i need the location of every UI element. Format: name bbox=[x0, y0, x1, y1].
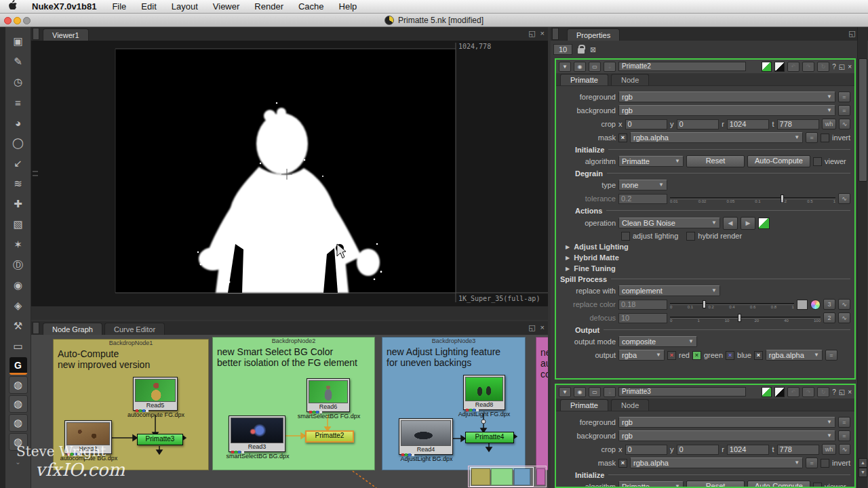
time-icon[interactable]: ◷ bbox=[9, 73, 28, 92]
lock-icon[interactable] bbox=[578, 48, 585, 54]
channel-matrix-icon[interactable]: = bbox=[825, 350, 837, 361]
views-icon[interactable]: ◉ bbox=[9, 276, 28, 295]
read-node[interactable]: Read3 smartSelectBG BG.dpx bbox=[229, 415, 285, 452]
revert-icon[interactable]: ↻ bbox=[817, 62, 829, 72]
auto-compute-button[interactable]: Auto-Compute bbox=[747, 481, 810, 488]
node-enable-checkbox[interactable] bbox=[762, 62, 772, 72]
tolerance-slider[interactable]: 0.010.020.050.10.20.51 bbox=[670, 193, 835, 204]
crop-t-input[interactable]: 778 bbox=[777, 119, 820, 129]
primatte-node[interactable]: Primatte4 bbox=[465, 432, 514, 443]
scroll-up-arrow[interactable]: ▲ bbox=[859, 458, 867, 468]
output-channels-dropdown[interactable]: rgba▼ bbox=[618, 350, 665, 361]
channel-matrix-icon[interactable]: = bbox=[806, 458, 818, 468]
properties-scrollbar[interactable]: ▲ ▼ bbox=[857, 27, 867, 488]
particles-icon[interactable]: ✶ bbox=[9, 235, 28, 254]
metadata-icon[interactable]: ◈ bbox=[9, 296, 28, 315]
color-wheel-button[interactable] bbox=[810, 300, 821, 310]
deep-icon[interactable]: Ⓓ bbox=[9, 256, 28, 274]
menu-app-name[interactable]: NukeX7.0v1b81 bbox=[24, 0, 104, 14]
hybrid-render-checkbox[interactable] bbox=[686, 232, 695, 241]
tab-node[interactable]: Node bbox=[611, 399, 649, 411]
tab-viewer1[interactable]: Viewer1 bbox=[43, 28, 89, 41]
center-node-icon[interactable]: ◉ bbox=[574, 387, 586, 397]
postage-stamp-icon[interactable]: ▭ bbox=[589, 62, 601, 72]
channel-matrix-icon[interactable]: = bbox=[806, 132, 818, 143]
read-node[interactable]: Read6 smartSelectBG FG.dpx bbox=[307, 378, 350, 412]
menu-cache[interactable]: Cache bbox=[291, 0, 332, 14]
operation-dropdown[interactable]: Clean BG Noise▼ bbox=[618, 218, 720, 228]
primatte-node-selected[interactable]: Primatte2 bbox=[305, 430, 354, 443]
degrain-type-dropdown[interactable]: none▼ bbox=[618, 180, 667, 190]
algorithm-dropdown[interactable]: Primatte▼ bbox=[618, 481, 684, 488]
curve-button[interactable]: ∿ bbox=[838, 312, 850, 323]
expand-arrow-icon[interactable]: ▼ bbox=[559, 62, 571, 72]
replace-color-input[interactable]: 0.18 bbox=[618, 300, 667, 310]
help-icon[interactable]: ? bbox=[832, 388, 836, 396]
channels-count-button[interactable]: 3 bbox=[823, 299, 835, 310]
panel-grip[interactable] bbox=[33, 322, 39, 334]
curve-button[interactable]: ∿ bbox=[839, 119, 850, 129]
plugin-icon-1[interactable]: ◍ bbox=[9, 376, 28, 394]
float-panel-icon[interactable]: ◱ bbox=[839, 63, 845, 70]
replace-color-slider[interactable]: 00.10.20.40.60.81 bbox=[670, 299, 794, 310]
channel-matrix-icon[interactable]: = bbox=[838, 92, 850, 102]
adjust-lighting-checkbox[interactable] bbox=[621, 232, 630, 241]
invert-checkbox[interactable] bbox=[821, 134, 829, 142]
replace-with-dropdown[interactable]: complement▼ bbox=[618, 285, 720, 296]
undo-icon[interactable]: ↶ bbox=[787, 62, 800, 72]
close-panel-icon[interactable]: × bbox=[848, 388, 852, 396]
tab-node[interactable]: Node bbox=[611, 74, 649, 85]
color-swatch-button[interactable] bbox=[797, 300, 808, 310]
draw-icon[interactable]: ✎ bbox=[9, 52, 28, 71]
max-panels-input[interactable]: 10 bbox=[553, 44, 572, 55]
auto-compute-button[interactable]: Auto-Compute bbox=[747, 155, 810, 167]
keyer-icon[interactable]: ↙ bbox=[9, 154, 28, 173]
read-node[interactable]: Read4 AdjustLight BG.dpx bbox=[399, 418, 453, 455]
minimize-window-button[interactable] bbox=[14, 17, 21, 24]
close-window-button[interactable] bbox=[4, 17, 12, 24]
green-checkbox[interactable]: × bbox=[692, 351, 701, 360]
zoom-window-button[interactable] bbox=[23, 17, 31, 24]
group-fine-tuning[interactable]: ▶Fine Tuning bbox=[557, 263, 850, 274]
close-panel-icon[interactable]: × bbox=[848, 63, 852, 70]
redo-icon[interactable]: ↷ bbox=[802, 62, 814, 72]
other-icon[interactable]: ▭ bbox=[9, 337, 28, 356]
tab-curve-editor[interactable]: Curve Editor bbox=[104, 323, 165, 335]
channel-matrix-icon[interactable]: = bbox=[838, 430, 850, 441]
panel-grip[interactable] bbox=[33, 28, 39, 40]
node-enable-checkbox[interactable] bbox=[762, 387, 772, 397]
minimize-icon[interactable]: ⇣ bbox=[604, 62, 616, 72]
image-read-icon[interactable]: ▣ bbox=[9, 32, 28, 51]
mask-checkbox[interactable]: × bbox=[618, 459, 627, 468]
plugin-icon-3[interactable]: ◍ bbox=[9, 414, 28, 432]
node-name-field[interactable]: Primatte3 bbox=[618, 387, 746, 396]
expand-arrow-icon[interactable]: ▼ bbox=[559, 387, 571, 397]
transform-icon[interactable]: ✚ bbox=[9, 195, 28, 214]
close-panel-icon[interactable]: × bbox=[540, 323, 545, 332]
background-dropdown[interactable]: rgb▼ bbox=[618, 430, 835, 441]
crop-x-input[interactable]: 0 bbox=[625, 445, 668, 455]
float-panel-icon[interactable]: ◱ bbox=[848, 29, 855, 38]
channel-matrix-icon[interactable]: = bbox=[838, 105, 850, 116]
crop-y-input[interactable]: 0 bbox=[677, 445, 719, 455]
viewer-canvas[interactable]: 1024,778 1K_Super_35(full-ap) bbox=[31, 41, 548, 306]
tab-primatte[interactable]: Primatte bbox=[560, 74, 608, 85]
center-node-icon[interactable]: ◉ bbox=[574, 62, 586, 72]
wh-button[interactable]: wh bbox=[822, 444, 836, 455]
minimap-view-rect[interactable] bbox=[470, 467, 534, 487]
scrollbar-thumb[interactable] bbox=[859, 58, 867, 182]
float-panel-icon[interactable]: ◱ bbox=[528, 29, 535, 38]
curve-button[interactable]: ∿ bbox=[839, 444, 850, 455]
foreground-dropdown[interactable]: rgb▼ bbox=[618, 417, 835, 428]
defocus-input[interactable]: 10 bbox=[618, 313, 667, 323]
invert-checkbox[interactable] bbox=[821, 459, 829, 468]
background-dropdown[interactable]: rgb▼ bbox=[618, 105, 835, 116]
tab-properties[interactable]: Properties bbox=[567, 28, 620, 41]
output-mask-dropdown[interactable]: rgba.alpha▼ bbox=[766, 350, 823, 361]
algorithm-dropdown[interactable]: Primatte▼ bbox=[618, 156, 684, 167]
minimize-icon[interactable]: ⇣ bbox=[604, 387, 616, 397]
group-hybrid-matte[interactable]: ▶Hybrid Matte bbox=[557, 252, 850, 263]
crop-r-input[interactable]: 1024 bbox=[727, 445, 770, 455]
tab-node-graph[interactable]: Node Graph bbox=[43, 323, 102, 335]
help-icon[interactable]: ? bbox=[832, 63, 836, 70]
